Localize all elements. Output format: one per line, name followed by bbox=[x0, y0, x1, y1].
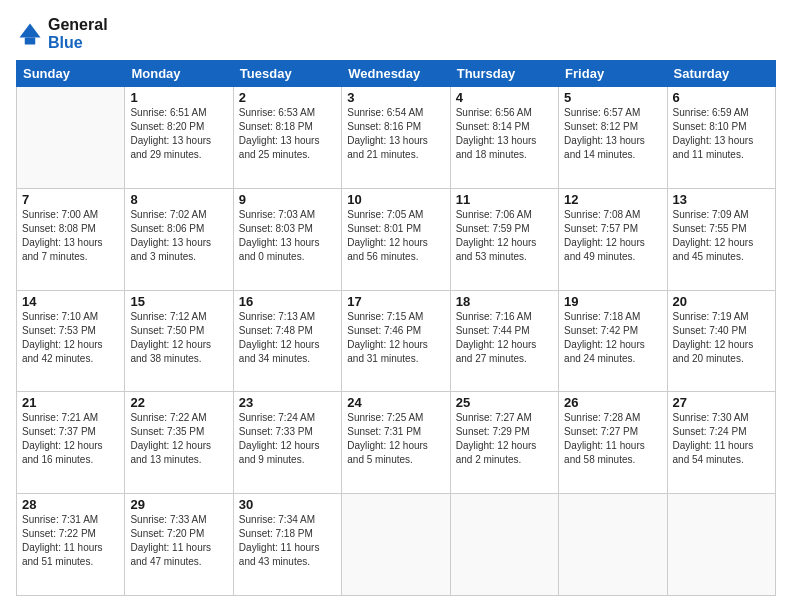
day-info: Sunrise: 7:21 AM Sunset: 7:37 PM Dayligh… bbox=[22, 411, 119, 467]
day-number: 23 bbox=[239, 395, 336, 410]
day-number: 2 bbox=[239, 90, 336, 105]
day-info: Sunrise: 7:02 AM Sunset: 8:06 PM Dayligh… bbox=[130, 208, 227, 264]
day-info: Sunrise: 6:57 AM Sunset: 8:12 PM Dayligh… bbox=[564, 106, 661, 162]
day-number: 9 bbox=[239, 192, 336, 207]
svg-marker-1 bbox=[20, 24, 41, 38]
col-header-sunday: Sunday bbox=[17, 61, 125, 87]
calendar-cell: 30Sunrise: 7:34 AM Sunset: 7:18 PM Dayli… bbox=[233, 494, 341, 596]
day-number: 20 bbox=[673, 294, 770, 309]
calendar-cell: 26Sunrise: 7:28 AM Sunset: 7:27 PM Dayli… bbox=[559, 392, 667, 494]
calendar-cell: 28Sunrise: 7:31 AM Sunset: 7:22 PM Dayli… bbox=[17, 494, 125, 596]
calendar-cell: 10Sunrise: 7:05 AM Sunset: 8:01 PM Dayli… bbox=[342, 188, 450, 290]
day-info: Sunrise: 7:05 AM Sunset: 8:01 PM Dayligh… bbox=[347, 208, 444, 264]
day-info: Sunrise: 7:00 AM Sunset: 8:08 PM Dayligh… bbox=[22, 208, 119, 264]
calendar-cell: 20Sunrise: 7:19 AM Sunset: 7:40 PM Dayli… bbox=[667, 290, 775, 392]
day-info: Sunrise: 6:56 AM Sunset: 8:14 PM Dayligh… bbox=[456, 106, 553, 162]
calendar-cell: 25Sunrise: 7:27 AM Sunset: 7:29 PM Dayli… bbox=[450, 392, 558, 494]
calendar-week-row: 14Sunrise: 7:10 AM Sunset: 7:53 PM Dayli… bbox=[17, 290, 776, 392]
day-number: 16 bbox=[239, 294, 336, 309]
calendar-cell: 3Sunrise: 6:54 AM Sunset: 8:16 PM Daylig… bbox=[342, 87, 450, 189]
calendar-cell: 9Sunrise: 7:03 AM Sunset: 8:03 PM Daylig… bbox=[233, 188, 341, 290]
day-info: Sunrise: 7:24 AM Sunset: 7:33 PM Dayligh… bbox=[239, 411, 336, 467]
calendar-cell: 24Sunrise: 7:25 AM Sunset: 7:31 PM Dayli… bbox=[342, 392, 450, 494]
col-header-wednesday: Wednesday bbox=[342, 61, 450, 87]
calendar-cell: 2Sunrise: 6:53 AM Sunset: 8:18 PM Daylig… bbox=[233, 87, 341, 189]
day-number: 5 bbox=[564, 90, 661, 105]
day-number: 29 bbox=[130, 497, 227, 512]
day-number: 7 bbox=[22, 192, 119, 207]
day-number: 11 bbox=[456, 192, 553, 207]
calendar-cell: 22Sunrise: 7:22 AM Sunset: 7:35 PM Dayli… bbox=[125, 392, 233, 494]
day-number: 12 bbox=[564, 192, 661, 207]
calendar-cell: 14Sunrise: 7:10 AM Sunset: 7:53 PM Dayli… bbox=[17, 290, 125, 392]
col-header-thursday: Thursday bbox=[450, 61, 558, 87]
calendar-cell: 12Sunrise: 7:08 AM Sunset: 7:57 PM Dayli… bbox=[559, 188, 667, 290]
day-info: Sunrise: 7:12 AM Sunset: 7:50 PM Dayligh… bbox=[130, 310, 227, 366]
day-info: Sunrise: 7:03 AM Sunset: 8:03 PM Dayligh… bbox=[239, 208, 336, 264]
day-number: 10 bbox=[347, 192, 444, 207]
day-info: Sunrise: 7:33 AM Sunset: 7:20 PM Dayligh… bbox=[130, 513, 227, 569]
day-info: Sunrise: 7:06 AM Sunset: 7:59 PM Dayligh… bbox=[456, 208, 553, 264]
day-number: 17 bbox=[347, 294, 444, 309]
calendar-table: SundayMondayTuesdayWednesdayThursdayFrid… bbox=[16, 60, 776, 596]
calendar-cell bbox=[450, 494, 558, 596]
day-number: 18 bbox=[456, 294, 553, 309]
col-header-monday: Monday bbox=[125, 61, 233, 87]
day-info: Sunrise: 6:53 AM Sunset: 8:18 PM Dayligh… bbox=[239, 106, 336, 162]
col-header-saturday: Saturday bbox=[667, 61, 775, 87]
calendar-week-row: 28Sunrise: 7:31 AM Sunset: 7:22 PM Dayli… bbox=[17, 494, 776, 596]
calendar-cell: 19Sunrise: 7:18 AM Sunset: 7:42 PM Dayli… bbox=[559, 290, 667, 392]
calendar-cell: 8Sunrise: 7:02 AM Sunset: 8:06 PM Daylig… bbox=[125, 188, 233, 290]
day-info: Sunrise: 7:15 AM Sunset: 7:46 PM Dayligh… bbox=[347, 310, 444, 366]
day-info: Sunrise: 6:54 AM Sunset: 8:16 PM Dayligh… bbox=[347, 106, 444, 162]
day-info: Sunrise: 7:22 AM Sunset: 7:35 PM Dayligh… bbox=[130, 411, 227, 467]
day-number: 22 bbox=[130, 395, 227, 410]
day-number: 14 bbox=[22, 294, 119, 309]
calendar-cell: 18Sunrise: 7:16 AM Sunset: 7:44 PM Dayli… bbox=[450, 290, 558, 392]
col-header-tuesday: Tuesday bbox=[233, 61, 341, 87]
day-info: Sunrise: 6:59 AM Sunset: 8:10 PM Dayligh… bbox=[673, 106, 770, 162]
logo: General Blue bbox=[16, 16, 108, 52]
calendar-cell bbox=[667, 494, 775, 596]
calendar-cell: 11Sunrise: 7:06 AM Sunset: 7:59 PM Dayli… bbox=[450, 188, 558, 290]
calendar-header-row: SundayMondayTuesdayWednesdayThursdayFrid… bbox=[17, 61, 776, 87]
day-number: 8 bbox=[130, 192, 227, 207]
calendar-cell: 16Sunrise: 7:13 AM Sunset: 7:48 PM Dayli… bbox=[233, 290, 341, 392]
header: General Blue bbox=[16, 16, 776, 52]
day-info: Sunrise: 7:19 AM Sunset: 7:40 PM Dayligh… bbox=[673, 310, 770, 366]
day-number: 24 bbox=[347, 395, 444, 410]
calendar-cell: 6Sunrise: 6:59 AM Sunset: 8:10 PM Daylig… bbox=[667, 87, 775, 189]
calendar-cell: 4Sunrise: 6:56 AM Sunset: 8:14 PM Daylig… bbox=[450, 87, 558, 189]
calendar-cell: 7Sunrise: 7:00 AM Sunset: 8:08 PM Daylig… bbox=[17, 188, 125, 290]
day-info: Sunrise: 7:27 AM Sunset: 7:29 PM Dayligh… bbox=[456, 411, 553, 467]
day-number: 1 bbox=[130, 90, 227, 105]
calendar-cell: 17Sunrise: 7:15 AM Sunset: 7:46 PM Dayli… bbox=[342, 290, 450, 392]
calendar-cell: 29Sunrise: 7:33 AM Sunset: 7:20 PM Dayli… bbox=[125, 494, 233, 596]
calendar-cell: 5Sunrise: 6:57 AM Sunset: 8:12 PM Daylig… bbox=[559, 87, 667, 189]
day-info: Sunrise: 6:51 AM Sunset: 8:20 PM Dayligh… bbox=[130, 106, 227, 162]
day-info: Sunrise: 7:13 AM Sunset: 7:48 PM Dayligh… bbox=[239, 310, 336, 366]
day-info: Sunrise: 7:16 AM Sunset: 7:44 PM Dayligh… bbox=[456, 310, 553, 366]
day-number: 26 bbox=[564, 395, 661, 410]
day-number: 6 bbox=[673, 90, 770, 105]
calendar-cell: 23Sunrise: 7:24 AM Sunset: 7:33 PM Dayli… bbox=[233, 392, 341, 494]
calendar-week-row: 7Sunrise: 7:00 AM Sunset: 8:08 PM Daylig… bbox=[17, 188, 776, 290]
day-info: Sunrise: 7:31 AM Sunset: 7:22 PM Dayligh… bbox=[22, 513, 119, 569]
day-number: 3 bbox=[347, 90, 444, 105]
day-number: 13 bbox=[673, 192, 770, 207]
page: General Blue SundayMondayTuesdayWednesda… bbox=[0, 0, 792, 612]
day-info: Sunrise: 7:08 AM Sunset: 7:57 PM Dayligh… bbox=[564, 208, 661, 264]
day-number: 19 bbox=[564, 294, 661, 309]
day-info: Sunrise: 7:34 AM Sunset: 7:18 PM Dayligh… bbox=[239, 513, 336, 569]
calendar-cell: 1Sunrise: 6:51 AM Sunset: 8:20 PM Daylig… bbox=[125, 87, 233, 189]
calendar-cell bbox=[342, 494, 450, 596]
calendar-week-row: 1Sunrise: 6:51 AM Sunset: 8:20 PM Daylig… bbox=[17, 87, 776, 189]
day-number: 27 bbox=[673, 395, 770, 410]
day-number: 4 bbox=[456, 90, 553, 105]
day-number: 30 bbox=[239, 497, 336, 512]
svg-rect-2 bbox=[25, 38, 36, 45]
day-info: Sunrise: 7:09 AM Sunset: 7:55 PM Dayligh… bbox=[673, 208, 770, 264]
day-number: 25 bbox=[456, 395, 553, 410]
calendar-cell: 27Sunrise: 7:30 AM Sunset: 7:24 PM Dayli… bbox=[667, 392, 775, 494]
day-number: 15 bbox=[130, 294, 227, 309]
